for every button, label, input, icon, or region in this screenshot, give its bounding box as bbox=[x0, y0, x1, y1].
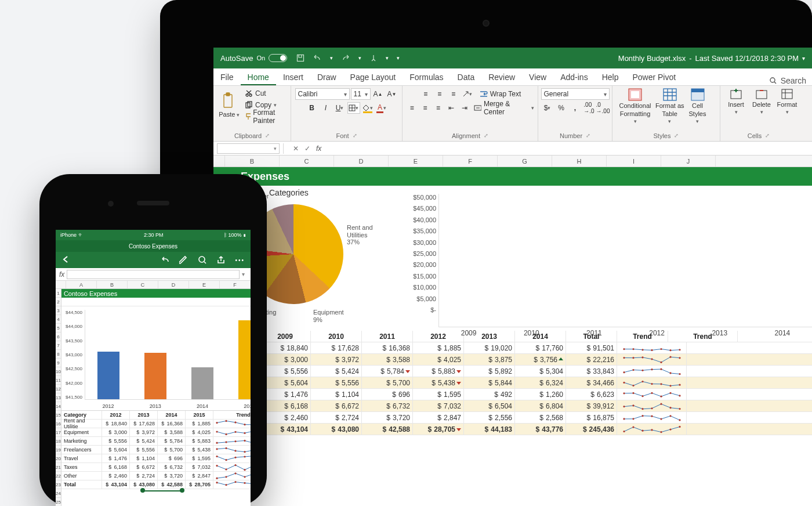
table-cell[interactable]: 3,720 bbox=[362, 412, 413, 423]
table-row[interactable]: 3,0003,9723,5884,0253,8753,75622,216 bbox=[213, 354, 812, 366]
table-cell[interactable]: 6,672 bbox=[311, 400, 362, 411]
underline-button[interactable]: U bbox=[334, 102, 346, 114]
undo-dropdown[interactable]: ▾ bbox=[330, 55, 333, 61]
table-cell[interactable]: 3,000 bbox=[260, 354, 311, 365]
table-cell[interactable]: 4,025 bbox=[413, 354, 464, 365]
row-number[interactable]: 12 bbox=[56, 385, 61, 393]
orientation-button[interactable] bbox=[461, 88, 474, 100]
format-cells-button[interactable]: Format bbox=[775, 88, 799, 115]
trend-cell[interactable] bbox=[617, 389, 687, 400]
table-cell[interactable]: 2,724 bbox=[311, 412, 362, 423]
col-B[interactable]: B bbox=[225, 156, 280, 167]
align-left-button[interactable]: ≡ bbox=[406, 102, 418, 114]
increase-font-button[interactable]: A▲ bbox=[372, 88, 385, 100]
col-J[interactable]: J bbox=[661, 156, 716, 167]
merge-center-button[interactable]: Merge & Center bbox=[474, 103, 534, 113]
bold-button[interactable]: B bbox=[306, 102, 318, 114]
table-cell[interactable]: 28,705 bbox=[413, 424, 464, 435]
pen-icon[interactable] bbox=[179, 255, 188, 265]
col-I[interactable]: I bbox=[607, 156, 661, 167]
undo-icon[interactable] bbox=[161, 255, 170, 265]
table-cell[interactable]: 3,972 bbox=[311, 354, 362, 365]
tab-data[interactable]: Data bbox=[451, 70, 482, 85]
table-cell[interactable]: 6,804 bbox=[515, 400, 566, 411]
pcol-F[interactable]: F bbox=[220, 281, 251, 288]
p-table-row[interactable]: Equipment3,0003,9723,5884,025 bbox=[61, 428, 251, 437]
table-cell[interactable]: 5,556 bbox=[260, 366, 311, 377]
more-icon[interactable]: ••• bbox=[235, 257, 245, 263]
selection-handle[interactable] bbox=[143, 490, 181, 491]
p-table-row[interactable]: Marketing5,5565,4245,7845,883 bbox=[61, 437, 251, 446]
column-headers[interactable]: B C D E F G H I J bbox=[213, 156, 812, 167]
row-number[interactable]: 7 bbox=[56, 341, 61, 350]
phone-data-table[interactable]: Category2012201320142015Trends Rent and … bbox=[61, 411, 251, 489]
col-header[interactable]: 2010 bbox=[311, 331, 362, 342]
p-table-row[interactable]: Taxes6,1686,6726,7327,032 bbox=[61, 463, 251, 472]
tab-file[interactable]: File bbox=[213, 70, 241, 85]
row-number[interactable]: 21 bbox=[56, 463, 61, 472]
tab-draw[interactable]: Draw bbox=[310, 70, 343, 85]
align-middle-button[interactable]: ≡ bbox=[433, 88, 446, 100]
table-cell[interactable]: 1,476 bbox=[260, 389, 311, 400]
tell-me-search[interactable]: Search bbox=[763, 76, 812, 85]
font-name-select[interactable]: Calibri bbox=[295, 88, 350, 100]
cell-styles-button[interactable]: CellStyles bbox=[686, 88, 710, 124]
table-row[interactable]: 1,4761,1046961,5954921,2606,623 bbox=[213, 389, 812, 400]
row-number[interactable]: 17 bbox=[56, 428, 61, 437]
phone-col-headers[interactable]: A B C D E F bbox=[56, 281, 251, 289]
italic-button[interactable]: I bbox=[320, 102, 332, 114]
table-cell[interactable]: 43,776 bbox=[515, 424, 566, 435]
table-cell[interactable]: 18,840 bbox=[260, 342, 311, 353]
row-number[interactable]: 19 bbox=[56, 446, 61, 454]
table-cell[interactable]: 1,885 bbox=[413, 342, 464, 353]
row-number[interactable]: 18 bbox=[56, 437, 61, 446]
table-cell[interactable]: 6,168 bbox=[260, 400, 311, 411]
currency-button[interactable]: $ bbox=[541, 102, 554, 114]
phone-bar-chart[interactable]: $44,500$44,000$43,500$43,000$42,500$42,0… bbox=[61, 306, 251, 411]
borders-button[interactable] bbox=[347, 102, 360, 114]
row-number[interactable]: 23 bbox=[56, 480, 61, 489]
row-number[interactable]: 3 bbox=[56, 306, 61, 315]
table-cell[interactable]: 16,368 bbox=[362, 342, 413, 353]
trend-cell[interactable] bbox=[617, 400, 687, 411]
pcol-C[interactable]: C bbox=[128, 281, 158, 288]
formula-bar-input[interactable] bbox=[327, 142, 812, 155]
insert-cells-button[interactable]: Insert bbox=[724, 88, 748, 115]
formula-dropdown[interactable]: ▾ bbox=[240, 271, 247, 277]
tab-page-layout[interactable]: Page Layout bbox=[343, 70, 403, 85]
tab-insert[interactable]: Insert bbox=[276, 70, 310, 85]
table-row[interactable]: s5,6045,5565,7005,4385,8446,32434,466 bbox=[213, 377, 812, 389]
touch-mode-icon[interactable] bbox=[369, 54, 378, 62]
row-number[interactable]: 6 bbox=[56, 332, 61, 341]
percent-button[interactable]: % bbox=[555, 102, 568, 114]
table-cell[interactable]: 2,568 bbox=[515, 412, 566, 423]
fx-icon[interactable]: fx bbox=[59, 270, 64, 279]
conditional-formatting-button[interactable]: ConditionalFormatting bbox=[616, 88, 654, 124]
data-table[interactable]: 200920102011201220132014TotalTrendTrend … bbox=[213, 331, 812, 435]
table-cell[interactable]: 6,623 bbox=[566, 389, 617, 400]
table-cell[interactable]: 3,756 bbox=[515, 354, 566, 365]
cut-button[interactable]: Cut bbox=[245, 88, 287, 99]
col-E[interactable]: E bbox=[389, 156, 443, 167]
table-row[interactable]: 5,5565,4245,7845,8835,8925,30433,843 bbox=[213, 366, 812, 377]
table-row[interactable]: 6,1686,6726,7327,0326,5046,80439,912 bbox=[213, 400, 812, 412]
selection-handle-dot[interactable] bbox=[140, 488, 145, 493]
phone-row-headers[interactable]: 1234567891011121314151617181920212223242… bbox=[56, 289, 61, 506]
row-number[interactable]: 5 bbox=[56, 324, 61, 332]
table-cell[interactable]: 2,556 bbox=[464, 412, 515, 423]
row-number[interactable]: 8 bbox=[56, 350, 61, 359]
table-cell[interactable]: 91,501 bbox=[566, 342, 617, 353]
touch-dropdown[interactable]: ▾ bbox=[386, 55, 389, 61]
increase-indent-button[interactable]: ⇥ bbox=[459, 102, 471, 114]
trend-cell[interactable] bbox=[617, 354, 687, 365]
table-cell[interactable]: 5,700 bbox=[362, 377, 413, 388]
p-table-row[interactable]: Total43,10443,08042,58828,705 bbox=[61, 480, 251, 489]
document-title[interactable]: Monthly Budget.xlsx - Last Saved 12/1/20… bbox=[618, 54, 805, 63]
tab-home[interactable]: Home bbox=[241, 70, 276, 85]
phone-formula-input[interactable] bbox=[67, 270, 240, 279]
p-table-row[interactable]: Travel1,4761,1046961,595 bbox=[61, 454, 251, 463]
row-number[interactable]: 14 bbox=[56, 402, 61, 411]
align-top-button[interactable]: ≡ bbox=[419, 88, 432, 100]
wrap-text-button[interactable]: Wrap Text bbox=[480, 89, 521, 99]
comma-button[interactable]: , bbox=[569, 102, 582, 114]
